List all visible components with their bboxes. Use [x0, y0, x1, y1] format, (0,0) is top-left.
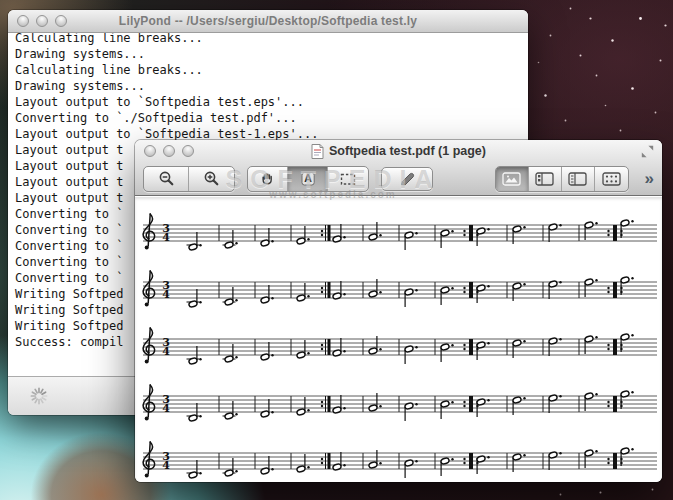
tool-button-group: A: [247, 166, 369, 192]
pencil-icon: [399, 171, 415, 187]
view-table-of-contents-button[interactable]: [562, 167, 595, 191]
zoom-button[interactable]: [182, 145, 194, 157]
annotate-button[interactable]: [381, 167, 433, 191]
zoom-out-icon: [158, 170, 175, 187]
minimize-button[interactable]: [163, 145, 175, 157]
preview-window-chrome: Softpedia test.pdf (1 page) SOFTPEDIA ww…: [135, 140, 662, 196]
svg-text:4: 4: [162, 345, 170, 358]
content-only-icon: [502, 172, 521, 186]
preview-title: Softpedia test.pdf (1 page): [329, 144, 486, 158]
toolbar-overflow-chevron[interactable]: »: [645, 170, 654, 187]
close-button[interactable]: [17, 15, 29, 27]
svg-text:4: 4: [162, 402, 170, 415]
view-thumbnails-button[interactable]: [529, 167, 562, 191]
close-button[interactable]: [144, 145, 156, 157]
music-staff: 3 4: [135, 266, 662, 320]
thumbnails-icon: [535, 172, 554, 186]
zoom-button[interactable]: [55, 15, 67, 27]
fullscreen-icon[interactable]: [641, 145, 654, 158]
view-contact-sheet-button[interactable]: [595, 167, 628, 191]
preview-window: Softpedia test.pdf (1 page) SOFTPEDIA ww…: [135, 140, 662, 482]
pdf-page[interactable]: 3 4: [135, 197, 662, 482]
minimize-button[interactable]: [36, 15, 48, 27]
zoom-button-group: [143, 166, 235, 192]
hand-icon: [260, 171, 275, 186]
preview-toolbar: SOFTPEDIA www.softpedia.com: [135, 162, 662, 195]
music-staff: 3 4: [135, 323, 662, 377]
zoom-in-button[interactable]: [189, 167, 234, 191]
svg-text:4: 4: [162, 288, 170, 301]
svg-text:4: 4: [162, 459, 170, 472]
terminal-titlebar[interactable]: LilyPond -- /Users/sergiu/Desktop/Softpe…: [8, 10, 528, 33]
terminal-title: LilyPond -- /Users/sergiu/Desktop/Softpe…: [119, 14, 417, 28]
table-of-contents-icon: [568, 172, 587, 186]
music-staff: 3 4: [135, 380, 662, 434]
text-selection-tool-button[interactable]: A: [288, 167, 328, 191]
starfield: [0, 0, 1, 1]
view-mode-button-group: [495, 166, 629, 192]
zoom-in-icon: [203, 170, 220, 187]
zoom-out-button[interactable]: [144, 167, 189, 191]
selection-marquee-icon: [339, 171, 357, 187]
music-staff: 3 4: [135, 209, 662, 263]
move-tool-button[interactable]: [248, 167, 288, 191]
text-tool-icon: A: [299, 170, 317, 188]
desktop-background: LilyPond -- /Users/sergiu/Desktop/Softpe…: [0, 0, 673, 500]
contact-sheet-icon: [602, 172, 621, 186]
preview-window-controls: [144, 145, 194, 157]
document-icon: [311, 144, 324, 159]
rectangular-selection-tool-button[interactable]: [328, 167, 368, 191]
svg-text:4: 4: [162, 231, 170, 244]
view-content-only-button[interactable]: [496, 167, 529, 191]
music-score: 3 4: [135, 209, 662, 482]
terminal-window-controls: [17, 15, 67, 27]
music-staff: 3 4: [135, 437, 662, 482]
svg-text:A: A: [304, 172, 312, 184]
progress-spinner-icon: [30, 387, 48, 405]
preview-titlebar[interactable]: Softpedia test.pdf (1 page): [135, 140, 662, 162]
